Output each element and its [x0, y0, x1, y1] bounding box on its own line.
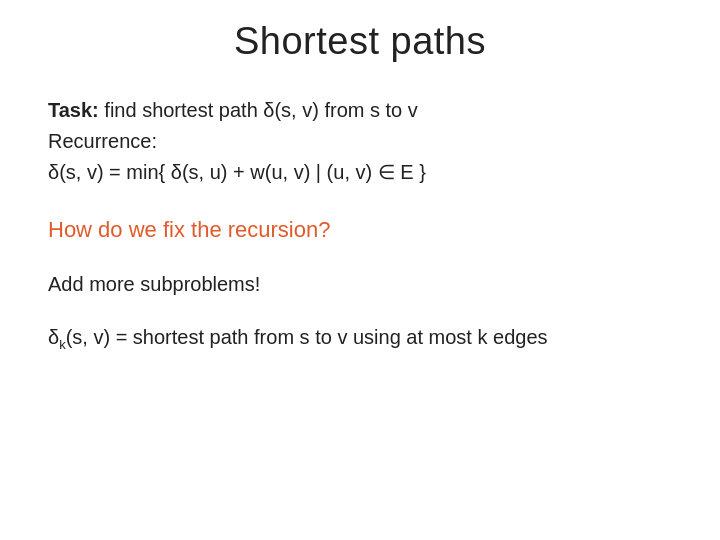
delta-k-line: δk(s, v) = shortest path from s to v usi… [48, 322, 672, 353]
slide-title: Shortest paths [48, 20, 672, 63]
delta-k-symbol: δk(s, v) = shortest path from s to v usi… [48, 326, 548, 348]
slide-content: Task: find shortest path δ(s, v) from s … [48, 95, 672, 353]
question-line: How do we fix the recursion? [48, 212, 672, 247]
task-line: Task: find shortest path δ(s, v) from s … [48, 95, 672, 126]
task-text: find shortest path δ(s, v) from s to v [99, 99, 418, 121]
recurrence-label-line: Recurrence: [48, 126, 672, 157]
add-subproblems-line: Add more subproblems! [48, 269, 672, 300]
recurrence-formula-line: δ(s, v) = min{ δ(s, u) + w(u, v) | (u, v… [48, 157, 672, 188]
recurrence-formula: δ(s, v) = min{ δ(s, u) + w(u, v) | (u, v… [48, 161, 426, 183]
delta-k-rest: (s, v) = shortest path from s to v using… [66, 326, 548, 348]
task-label: Task: [48, 99, 99, 121]
delta-prefix: δ [48, 326, 59, 348]
task-block: Task: find shortest path δ(s, v) from s … [48, 95, 672, 188]
slide: Shortest paths Task: find shortest path … [0, 0, 720, 540]
recurrence-label: Recurrence: [48, 130, 157, 152]
